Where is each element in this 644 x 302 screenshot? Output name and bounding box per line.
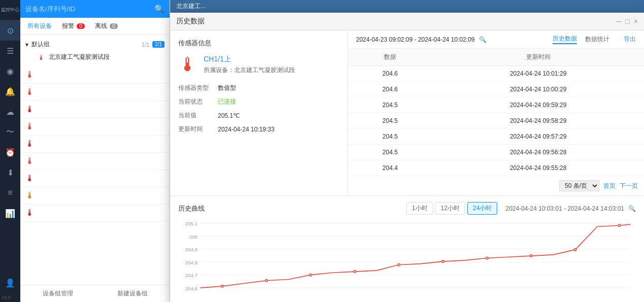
- maximize-button[interactable]: □: [625, 17, 629, 25]
- 1h-button[interactable]: 1小时: [406, 202, 433, 215]
- modal-title: 历史数据: [176, 17, 205, 26]
- sidebar-wave[interactable]: 〜: [0, 122, 20, 142]
- time-buttons: 1小时 12小时 24小时: [406, 202, 497, 215]
- table-row[interactable]: 204.52024-04-24 09:57:29: [348, 129, 644, 145]
- panel-footer: 设备组管理 新建设备组: [20, 285, 170, 302]
- 12h-button[interactable]: 12小时: [435, 202, 465, 215]
- cell-time: 2024-04-24 10:01:29: [432, 66, 644, 82]
- 24h-button[interactable]: 24小时: [467, 202, 497, 215]
- list-item[interactable]: 🌡: [20, 66, 170, 84]
- sidebar-alert[interactable]: 🔔: [0, 81, 20, 102]
- tab-alerts[interactable]: 报警 0: [60, 21, 87, 31]
- sidebar-home[interactable]: ⊙: [0, 20, 20, 41]
- device-search-input[interactable]: [25, 5, 150, 13]
- svg-point-15: [353, 271, 356, 273]
- panel-tabs: 所有设备 报警 0 离线 0: [20, 18, 170, 35]
- sidebar-download[interactable]: ⬇: [0, 162, 20, 183]
- new-group-button[interactable]: 新建设备组: [95, 285, 170, 302]
- sidebar-clock[interactable]: ⏰: [0, 142, 20, 162]
- tab-data-stats[interactable]: 数据统计: [585, 35, 609, 44]
- table-row[interactable]: 204.52024-04-24 09:59:29: [348, 97, 644, 113]
- history-modal: 历史数据 ─ □ × 传感器信息 🌡: [170, 13, 644, 302]
- list-item[interactable]: 🌡: [20, 170, 170, 187]
- chart-search-icon[interactable]: 🔍: [628, 205, 636, 212]
- list-item[interactable]: 🌡: [20, 153, 170, 170]
- per-page-select[interactable]: 50 条/页: [559, 180, 599, 191]
- thermo-icon: 🌡: [25, 139, 35, 149]
- cell-value: 204.5: [348, 113, 432, 129]
- first-page-button[interactable]: 首页: [603, 182, 616, 190]
- type-value: 数值型: [218, 84, 236, 92]
- thermometer-icon: 🌡: [38, 53, 45, 61]
- close-button[interactable]: ×: [634, 17, 638, 25]
- app-title: 监控中心: [1, 7, 19, 13]
- next-page-button[interactable]: 下一页: [620, 182, 638, 190]
- svg-text:204.9: 204.9: [185, 247, 198, 252]
- sensor-device-label: 所属设备：北京建工气凝胶测试段: [204, 66, 295, 75]
- list-item[interactable]: 🌡: [20, 101, 170, 118]
- table-row[interactable]: 204.62024-04-24 10:00:29: [348, 82, 644, 97]
- tab-offline[interactable]: 离线 0: [93, 21, 120, 31]
- table-container: 数据 更新时间 204.62024-04-24 10:01:29204.6202…: [348, 49, 644, 176]
- history-chart: 205.1 205 204.9 204.8 204.7 204.6: [178, 219, 636, 297]
- table-row[interactable]: 204.52024-04-24 09:58:29: [348, 113, 644, 129]
- minimize-button[interactable]: ─: [616, 17, 621, 25]
- svg-point-18: [486, 257, 488, 259]
- group-badge: 2/1: [152, 41, 165, 48]
- sidebar-list[interactable]: ☰: [0, 41, 20, 61]
- cell-value: 204.5: [348, 97, 432, 113]
- list-item[interactable]: 🌡: [20, 187, 170, 205]
- table-row[interactable]: 204.62024-04-24 10:01:29: [348, 66, 644, 82]
- sensor-channel[interactable]: CH1/1上: [204, 55, 295, 64]
- chart-container: 205.1 205 204.9 204.8 204.7 204.6: [178, 219, 636, 297]
- device-panel: 🔍 所有设备 报警 0 离线 0 ▾ 默认组 1/1 2/1 🌡 北京建工气凝胶…: [20, 0, 170, 302]
- sidebar-location[interactable]: ◉: [0, 61, 20, 81]
- list-item[interactable]: 🌡: [20, 205, 170, 222]
- chart-section: 历史曲线 1小时 12小时 24小时 2024-04-24 10:03:01 -…: [170, 196, 644, 302]
- list-item[interactable]: 🌡: [20, 136, 170, 153]
- tab-all-devices[interactable]: 所有设备: [25, 21, 54, 31]
- modal-backdrop: 历史数据 ─ □ × 传感器信息 🌡: [170, 13, 644, 302]
- cell-time: 2024-04-24 09:58:29: [432, 113, 644, 129]
- thermo-icon: 🌡: [25, 104, 35, 115]
- chart-date-range: 2024-04-24 10:03:01 - 2024-04-24 14:03:0…: [505, 205, 624, 212]
- col-time: 更新时间: [432, 49, 644, 66]
- sidebar-menu[interactable]: ≡: [0, 183, 20, 203]
- cell-time: 2024-04-24 09:59:29: [432, 97, 644, 113]
- tab-history-data[interactable]: 历史数据: [553, 35, 577, 44]
- cell-value: 204.6: [348, 82, 432, 97]
- app-logo: 监控中心: [0, 0, 20, 20]
- thermo-icon: 🌡: [25, 156, 35, 166]
- current-value: 205.1℃: [218, 112, 240, 119]
- app-version: v2.0: [0, 293, 20, 302]
- export-button[interactable]: 导出: [624, 35, 636, 44]
- svg-point-13: [266, 280, 268, 282]
- sensor-info-panel: 传感器信息 🌡 CH1/1上 所属设备：北京建工气凝胶测试段 传感器类型: [170, 30, 348, 195]
- manage-groups-button[interactable]: 设备组管理: [20, 285, 95, 302]
- search-button[interactable]: 🔍: [154, 4, 165, 14]
- list-item[interactable]: 🌡: [20, 118, 170, 136]
- cell-value: 204.5: [348, 129, 432, 145]
- update-label: 更新时间: [178, 125, 214, 133]
- svg-text:204.7: 204.7: [185, 273, 198, 278]
- group-header[interactable]: ▾ 默认组 1/1 2/1: [25, 38, 165, 51]
- sidebar-cloud[interactable]: ☁: [0, 102, 20, 122]
- sensor-info-title: 传感器信息: [178, 39, 339, 48]
- table-row[interactable]: 204.52024-04-24 09:56:28: [348, 145, 644, 160]
- table-date-range: 2024-04-23 09:02:09 - 2024-04-24 10:02:0…: [356, 36, 475, 43]
- col-data: 数据: [348, 49, 432, 66]
- prop-update-time: 更新时间 2024-04-24 10:19:33: [178, 125, 339, 133]
- thermo-icon: 🌡: [25, 70, 35, 80]
- sidebar-user[interactable]: 👤: [0, 273, 20, 293]
- chart-title: 历史曲线: [178, 204, 205, 213]
- table-header: 2024-04-23 09:02:09 - 2024-04-24 10:02:0…: [348, 30, 644, 49]
- device-name: 北京建工气凝胶测试段: [49, 53, 110, 61]
- sidebar-chart[interactable]: 📊: [0, 203, 20, 223]
- device-item[interactable]: 🌡 北京建工气凝胶测试段: [25, 51, 165, 63]
- svg-text:204.6: 204.6: [185, 285, 198, 291]
- list-item[interactable]: 🌡: [20, 84, 170, 101]
- top-bar-text: 北京建工...: [176, 2, 206, 11]
- date-search-icon[interactable]: 🔍: [479, 36, 487, 43]
- thermo-icon: 🌡: [25, 121, 35, 132]
- table-row[interactable]: 204.42024-04-24 09:55:28: [348, 160, 644, 176]
